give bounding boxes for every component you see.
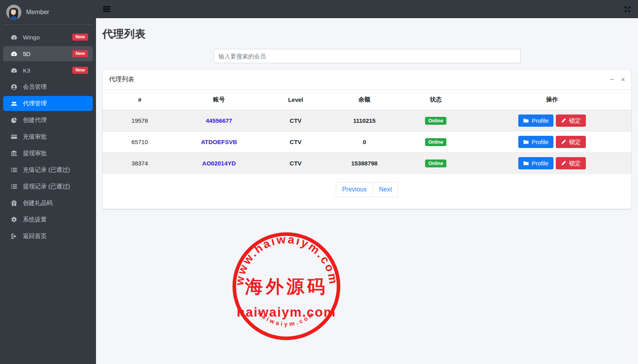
cell-id: 65710 (103, 131, 177, 153)
lock-button[interactable]: 锁定 (556, 114, 586, 127)
user-name[interactable]: Member (26, 9, 49, 16)
agent-list-card: 代理列表 − × # 账号 Level 余额 状态 操作 (103, 70, 631, 209)
col-header-account: 账号 (177, 90, 261, 110)
sidebar-item-label: 创建礼品码 (23, 199, 53, 207)
sidebar-item-withdraw-approval[interactable]: 提现审批 (3, 146, 93, 161)
search-row (102, 49, 632, 63)
gear-icon (10, 216, 17, 223)
profile-button[interactable]: Profile (518, 136, 553, 148)
profile-button[interactable]: Profile (518, 114, 553, 127)
cell-level: CTV (261, 110, 330, 131)
user-icon (10, 83, 17, 90)
lock-button[interactable]: 锁定 (556, 136, 586, 148)
sidebar-item-k3[interactable]: K3 New (3, 63, 93, 78)
user-panel: Member (3, 3, 93, 25)
hamburger-icon[interactable] (103, 6, 110, 12)
main-area: 代理列表 代理列表 − × # 账号 Level 余额 (96, 0, 638, 364)
list-icon (10, 166, 17, 173)
sidebar-item-label: 系统设置 (23, 216, 47, 223)
sidebar-item-agent-management[interactable]: 代理管理 (3, 96, 93, 111)
sidebar-item-create-giftcode[interactable]: 创建礼品码 (3, 195, 93, 210)
col-header-status: 状态 (399, 90, 472, 110)
tachometer-icon (10, 50, 17, 57)
sidebar-item-label: Wingo (23, 34, 40, 41)
table-row: 38374 AO02014YD CTV 15388798 Online Prof… (103, 153, 631, 174)
status-badge: Online (425, 117, 446, 125)
list-icon (10, 183, 17, 190)
avatar-image (6, 5, 21, 20)
profile-button-label: Profile (532, 139, 549, 145)
cell-level: CTV (261, 131, 330, 153)
account-link[interactable]: AO02014YD (202, 160, 236, 167)
avatar[interactable] (6, 5, 21, 20)
users-icon (10, 100, 17, 107)
card-header: 代理列表 − × (103, 70, 631, 90)
agent-table: # 账号 Level 余额 状态 操作 19578 44556677 CTV 1… (103, 90, 631, 174)
sidebar-item-label: 返回首页 (23, 233, 47, 240)
status-badge: Online (425, 138, 446, 146)
table-row: 65710 ATDOEFSVB CTV 0 Online Profile 锁定 (103, 131, 631, 153)
cell-balance: 0 (330, 131, 399, 153)
sidebar-item-member-management[interactable]: 会员管理 (3, 79, 93, 94)
sidebar-item-label: 提现审批 (23, 150, 47, 157)
top-navbar (96, 0, 638, 18)
sidebar-item-label: 充值记录 (已通过) (23, 166, 70, 174)
profile-button-label: Profile (532, 118, 549, 124)
expand-icon[interactable] (624, 6, 631, 13)
sidebar-item-5d[interactable]: 5D New (3, 46, 93, 61)
pagination: Previous Next (103, 174, 631, 209)
sidebar-item-wingo[interactable]: Wingo New (3, 30, 93, 45)
page-title: 代理列表 (102, 27, 632, 41)
previous-button[interactable]: Previous (336, 182, 373, 197)
status-badge: Online (425, 159, 446, 167)
sidebar-item-label: K3 (23, 67, 30, 74)
folder-icon (523, 118, 529, 124)
account-link[interactable]: ATDOEFSVB (201, 139, 237, 145)
folder-icon (523, 160, 529, 166)
cell-balance: 15388798 (330, 153, 399, 174)
sidebar-item-label: 充值审批 (23, 133, 47, 141)
minimize-icon[interactable]: − (610, 76, 614, 83)
next-button[interactable]: Next (373, 182, 398, 197)
profile-button[interactable]: Profile (518, 157, 553, 169)
pencil-icon (561, 118, 566, 124)
sidebar-item-label: 5D (23, 51, 30, 57)
sign-out-icon (10, 233, 17, 240)
card-tools: − × (610, 76, 625, 83)
card-title: 代理列表 (109, 75, 134, 84)
col-header-level: Level (261, 90, 330, 110)
sidebar-item-label: 提现记录 (已通过) (23, 183, 70, 190)
folder-icon (523, 139, 529, 145)
cell-balance: 1110215 (330, 110, 399, 131)
sidebar-item-back-home[interactable]: 返回首页 (3, 229, 93, 244)
sidebar-item-recharge-approval[interactable]: 充值审批 (3, 129, 93, 144)
sidebar-item-system-settings[interactable]: 系统设置 (3, 212, 93, 227)
content-area: 代理列表 代理列表 − × # 账号 Level 余额 (96, 18, 638, 215)
sidebar: Member Wingo New 5D New K3 New 会员管理 代理管理 (0, 0, 96, 364)
sidebar-item-recharge-records[interactable]: 充值记录 (已通过) (3, 162, 93, 177)
cell-level: CTV (261, 153, 330, 174)
cell-id: 19578 (103, 110, 177, 131)
new-badge: New (72, 34, 88, 41)
sidebar-item-label: 创建代理 (23, 116, 47, 124)
account-link[interactable]: 44556677 (206, 117, 232, 124)
tachometer-icon (10, 34, 17, 41)
lock-button-label: 锁定 (569, 139, 581, 145)
bank-icon (10, 150, 17, 157)
pencil-icon (561, 160, 566, 166)
sidebar-item-label: 代理管理 (23, 100, 47, 107)
gift-icon (10, 199, 17, 206)
new-badge: New (72, 67, 88, 74)
sidebar-item-create-agent[interactable]: 创建代理 (3, 113, 93, 128)
tachometer-icon (10, 67, 17, 74)
pie-chart-icon (10, 116, 17, 124)
pencil-icon (561, 139, 566, 145)
lock-button-label: 锁定 (569, 118, 581, 124)
lock-button[interactable]: 锁定 (556, 157, 586, 169)
close-icon[interactable]: × (621, 76, 625, 83)
col-header-balance: 余额 (330, 90, 399, 110)
search-input[interactable] (213, 49, 521, 63)
sidebar-item-withdraw-records[interactable]: 提现记录 (已通过) (3, 179, 93, 194)
new-badge: New (72, 50, 88, 57)
lock-button-label: 锁定 (569, 160, 581, 166)
